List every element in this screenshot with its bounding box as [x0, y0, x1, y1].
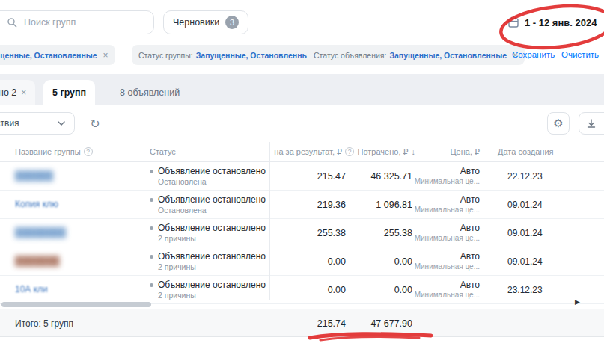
status-text: Объявление остановлено — [158, 166, 266, 176]
scroll-right-icon[interactable]: ▶ — [575, 298, 580, 306]
group-name-link[interactable]: 10А кли — [15, 284, 48, 294]
spent-value: 0.00 — [394, 256, 412, 267]
gear-icon: ⚙ — [553, 117, 563, 130]
table-row[interactable]: Копия клю Объявление остановлено Останов… — [0, 191, 604, 219]
column-header-name[interactable]: Название группы ? — [15, 142, 93, 161]
column-header-created[interactable]: Дата создания — [498, 142, 554, 161]
help-icon[interactable]: ? — [345, 147, 354, 156]
drafts-label: Черновики — [173, 17, 219, 28]
tab-strip: но 2 × 5 групп 8 объявлений — [0, 74, 604, 105]
price-cell: Авто Минимальная це... — [415, 223, 480, 242]
created-date: 09.01.24 — [507, 228, 543, 238]
filter-chip-group-status[interactable]: Статус группы: Запущенные, Остановленные… — [132, 45, 331, 65]
column-label: Цена, ₽ — [450, 147, 480, 157]
table-row[interactable]: ████████ Объявление остановлено 2 причин… — [0, 219, 604, 247]
chip-value: Запущенные, Остановленные — [0, 51, 97, 60]
table-row[interactable]: ███████ Объявление остановлено 2 причины… — [0, 247, 604, 276]
price-type: Авто — [415, 166, 480, 176]
spent-value: 255.38 — [384, 228, 412, 238]
price-cell: Авто Минимальная це... — [415, 251, 480, 271]
tab-label: но 2 — [0, 87, 16, 98]
price-subtext: Минимальная це... — [415, 177, 480, 185]
drafts-count-badge: 3 — [225, 16, 239, 29]
refresh-icon: ↻ — [90, 117, 100, 131]
help-icon[interactable]: ? — [84, 147, 93, 156]
chip-value: Запущенные, Остановленные — [196, 51, 314, 60]
price-subtext: Минимальная це... — [415, 262, 480, 271]
table-row[interactable]: 10А кли Объявление остановлено 2 причины… — [0, 276, 604, 304]
status-dot-icon — [150, 198, 153, 202]
cost-per-result-value: 0.00 — [328, 285, 346, 295]
status-cell: Объявление остановлено 2 причины — [150, 223, 266, 243]
filter-chip-ad-status[interactable]: Статус объявления: Запущенные, Остановле… — [307, 45, 525, 65]
status-cell: Объявление остановлено Остановлена — [150, 194, 266, 215]
price-type: Авто — [415, 223, 480, 233]
horizontal-scrollbar-thumb[interactable] — [1, 302, 151, 307]
status-cell: Объявление остановлено Остановлена — [150, 166, 266, 186]
close-icon[interactable]: × — [103, 50, 109, 61]
group-name-link[interactable]: Копия клю — [15, 199, 58, 209]
settings-button[interactable]: ⚙ — [547, 112, 570, 135]
drafts-button[interactable]: Черновики 3 — [163, 10, 248, 34]
tab-selected-filter[interactable]: но 2 × — [0, 80, 35, 105]
ads-groups-screen: Черновики 3 1 - 12 янв. 2024 Запущенные,… — [0, 0, 604, 364]
created-date: 23.12.23 — [507, 285, 543, 295]
created-date: 09.01.24 — [507, 200, 543, 210]
sort-desc-icon[interactable]: ↓ — [412, 147, 416, 156]
totals-label: Итого: 5 групп — [15, 318, 73, 329]
chevron-down-icon — [58, 121, 65, 126]
search-icon — [7, 17, 17, 28]
save-filters-link[interactable]: Сохранить — [512, 45, 555, 65]
tab-groups[interactable]: 5 групп — [43, 80, 95, 105]
group-name-link[interactable]: ███████ — [15, 256, 60, 266]
date-range-picker[interactable]: 1 - 12 янв. 2024 — [507, 10, 597, 34]
tab-label: 5 групп — [52, 87, 86, 98]
price-cell: Авто Минимальная це... — [415, 166, 480, 185]
price-cell: Авто Минимальная це... — [415, 280, 480, 299]
status-text: Объявление остановлено — [158, 280, 266, 290]
chip-prefix: Статус объявления: — [314, 51, 386, 60]
column-header-cost-per-result[interactable]: на за результат, ₽ ? — [274, 142, 354, 161]
spent-value: 0.00 — [394, 285, 412, 295]
search-input-container[interactable] — [0, 10, 154, 34]
tab-label: 8 объявлений — [120, 87, 180, 98]
column-label: Потрачено, ₽ — [358, 147, 409, 157]
column-label: на за результат, ₽ — [274, 147, 342, 157]
created-date: 22.12.23 — [507, 171, 543, 182]
column-label: Статус — [150, 147, 176, 156]
status-cell: Объявление остановлено 2 причины — [150, 280, 266, 300]
export-button[interactable] — [579, 112, 604, 135]
table-body: ██████ Объявление остановлено Остановлен… — [0, 162, 604, 304]
status-dot-icon — [150, 226, 153, 230]
close-icon[interactable]: × — [21, 87, 26, 98]
cost-per-result-value: 0.00 — [328, 256, 346, 267]
status-subtext: Остановлена — [158, 177, 266, 186]
status-dot-icon — [150, 255, 153, 259]
status-dot-icon — [150, 170, 153, 173]
table-row[interactable]: ██████ Объявление остановлено Остановлен… — [0, 162, 604, 191]
actions-dropdown[interactable]: Действия — [0, 112, 75, 135]
filter-chip-campaign-status[interactable]: Запущенные, Остановленные × — [0, 45, 115, 65]
cost-per-result-value: 219.36 — [317, 200, 346, 210]
price-cell: Авто Минимальная це... — [415, 194, 480, 214]
column-header-spent[interactable]: Потрачено, ₽ ↓ — [358, 142, 415, 161]
price-type: Авто — [415, 251, 480, 262]
status-subtext: 2 причины — [158, 291, 266, 300]
clear-filters-link[interactable]: Очистить — [561, 45, 599, 65]
price-subtext: Минимальная це... — [415, 206, 480, 214]
search-input[interactable] — [22, 16, 130, 28]
column-header-status[interactable]: Статус — [150, 142, 176, 161]
frozen-column-divider — [269, 142, 270, 300]
column-header-price[interactable]: Цена, ₽ — [450, 142, 480, 161]
status-text: Объявление остановлено — [158, 223, 266, 233]
price-subtext: Минимальная це... — [415, 291, 480, 299]
column-label: Дата создания — [498, 147, 554, 156]
status-dot-icon — [150, 283, 153, 287]
created-date: 09.01.24 — [507, 256, 543, 267]
status-subtext: Остановлена — [158, 206, 266, 215]
refresh-button[interactable]: ↻ — [84, 112, 106, 135]
group-name-link[interactable]: ██████ — [15, 170, 53, 181]
status-subtext: 2 причины — [158, 262, 266, 271]
tab-ads[interactable]: 8 объявлений — [111, 80, 189, 105]
group-name-link[interactable]: ████████ — [15, 227, 66, 238]
